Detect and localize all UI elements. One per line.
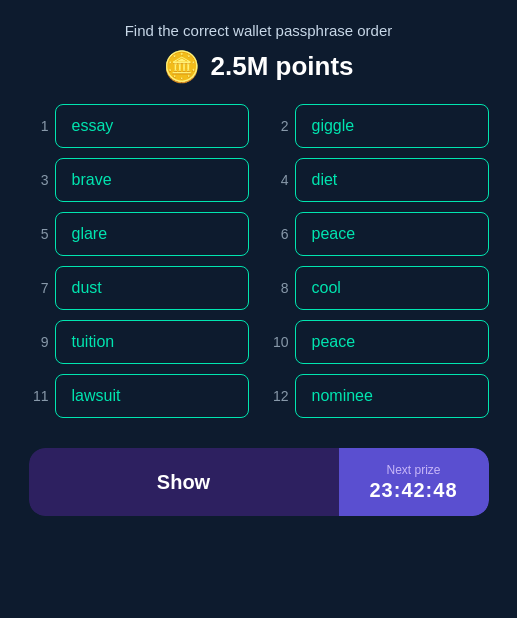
word-box: diet bbox=[295, 158, 489, 202]
word-row: 7dust bbox=[29, 266, 249, 310]
word-number: 12 bbox=[269, 388, 289, 404]
word-row: 8cool bbox=[269, 266, 489, 310]
word-box: tuition bbox=[55, 320, 249, 364]
word-row: 6peace bbox=[269, 212, 489, 256]
word-number: 11 bbox=[29, 388, 49, 404]
page-title: Find the correct wallet passphrase order bbox=[125, 22, 393, 39]
show-button[interactable]: Show bbox=[29, 448, 339, 516]
word-box: peace bbox=[295, 212, 489, 256]
next-prize-label: Next prize bbox=[386, 463, 440, 477]
next-prize-panel: Next prize 23:42:48 bbox=[339, 448, 489, 516]
word-number: 4 bbox=[269, 172, 289, 188]
word-row: 2giggle bbox=[269, 104, 489, 148]
word-number: 1 bbox=[29, 118, 49, 134]
word-number: 7 bbox=[29, 280, 49, 296]
word-number: 8 bbox=[269, 280, 289, 296]
word-row: 9tuition bbox=[29, 320, 249, 364]
word-row: 1essay bbox=[29, 104, 249, 148]
word-number: 3 bbox=[29, 172, 49, 188]
word-row: 3brave bbox=[29, 158, 249, 202]
word-box: giggle bbox=[295, 104, 489, 148]
word-box: lawsuit bbox=[55, 374, 249, 418]
word-number: 9 bbox=[29, 334, 49, 350]
word-row: 4diet bbox=[269, 158, 489, 202]
word-box: cool bbox=[295, 266, 489, 310]
next-prize-timer: 23:42:48 bbox=[369, 479, 457, 502]
word-number: 5 bbox=[29, 226, 49, 242]
word-row: 10peace bbox=[269, 320, 489, 364]
word-box: glare bbox=[55, 212, 249, 256]
bottom-bar: Show Next prize 23:42:48 bbox=[29, 448, 489, 516]
word-box: dust bbox=[55, 266, 249, 310]
word-row: 5glare bbox=[29, 212, 249, 256]
points-row: 🪙 2.5M points bbox=[163, 49, 353, 84]
coin-icon: 🪙 bbox=[163, 49, 200, 84]
points-value: 2.5M points bbox=[210, 51, 353, 82]
words-grid: 1essay2giggle3brave4diet5glare6peace7dus… bbox=[29, 104, 489, 418]
word-number: 2 bbox=[269, 118, 289, 134]
word-number: 6 bbox=[269, 226, 289, 242]
word-box: brave bbox=[55, 158, 249, 202]
word-box: essay bbox=[55, 104, 249, 148]
word-box: nominee bbox=[295, 374, 489, 418]
word-row: 11lawsuit bbox=[29, 374, 249, 418]
word-number: 10 bbox=[269, 334, 289, 350]
word-box: peace bbox=[295, 320, 489, 364]
word-row: 12nominee bbox=[269, 374, 489, 418]
